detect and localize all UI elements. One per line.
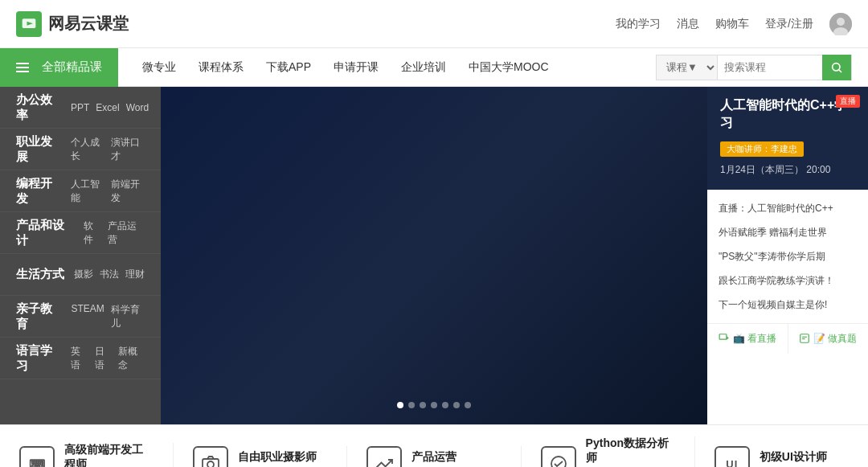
bottom-item-python[interactable]: Python数据分析师 带你一起用数据认识世界 — [522, 436, 695, 467]
avatar[interactable] — [829, 13, 852, 35]
bottom-row: ⌨ 高级前端开发工程师 网易前端开发专家亲授 自由职业摄影师 培养一个能赚钱的爱… — [0, 424, 868, 467]
bottom-item-frontend[interactable]: ⌨ 高级前端开发工程师 网易前端开发专家亲授 — [0, 443, 174, 468]
photography-text: 自由职业摄影师 培养一个能赚钱的爱好 — [238, 450, 326, 468]
all-courses-button[interactable]: 全部精品课 — [0, 48, 118, 87]
search-bar: 课程▼ — [656, 55, 852, 80]
logo-icon — [16, 11, 42, 37]
tag-new-concept[interactable]: 新概念 — [118, 345, 145, 372]
frontend-text: 高级前端开发工程师 网易前端开发专家亲授 — [64, 443, 154, 468]
tag-photography[interactable]: 摄影 — [74, 268, 93, 281]
product-ops-title: 产品运营 — [411, 450, 482, 465]
sidebar-item-language[interactable]: 语言学习 英语 日语 新概念 — [0, 338, 161, 379]
dot-1[interactable] — [397, 402, 403, 408]
messages-link[interactable]: 消息 — [677, 17, 699, 31]
svg-point-3 — [837, 18, 845, 26]
svg-point-5 — [833, 63, 840, 70]
tag-calligraphy[interactable]: 书法 — [100, 268, 119, 281]
bottom-item-ui[interactable]: UI 初级UI设计师 网易设计专家经典出品 — [695, 446, 868, 467]
tag-product-ops[interactable]: 产品运营 — [108, 219, 145, 247]
speaker-badge: 大咖讲师：李建忠 — [720, 141, 804, 157]
watch-live-button[interactable]: 📺 看直播 — [707, 324, 788, 354]
search-input[interactable] — [718, 55, 822, 80]
main-content: 办公效率 PPT Excel Word 职业发展 个人成长 演讲口才 编程开发 … — [0, 87, 868, 424]
live-list: 直播：人工智能时代的C++ 外语赋能季 赠福利走世界 "PS教父"李涛带你学后期… — [707, 190, 868, 323]
tag-finance[interactable]: 理财 — [125, 268, 145, 281]
tag-software[interactable]: 软件 — [84, 219, 102, 247]
tag-steam[interactable]: STEAM — [71, 303, 104, 330]
tag-parenting[interactable]: 科学育儿 — [111, 303, 145, 330]
bottom-item-product-ops[interactable]: 产品运营 运营大咖强强联合 — [347, 446, 521, 467]
sidebar-category-lifestyle: 生活方式 — [16, 267, 64, 282]
live-list-item-4[interactable]: 跟长江商学院教练学演讲！ — [707, 268, 868, 293]
sidebar: 办公效率 PPT Excel Word 职业发展 个人成长 演讲口才 编程开发 … — [0, 87, 161, 424]
nav-download-app[interactable]: 下载APP — [266, 60, 311, 75]
sidebar-tags-programming: 人工智能 前端开发 — [71, 178, 145, 205]
hero-dots — [397, 402, 471, 408]
live-list-item-5[interactable]: 下一个短视频自媒主是你! — [707, 293, 868, 317]
nav-mooc[interactable]: 中国大学MOOC — [469, 60, 549, 75]
hero-banner — [161, 87, 707, 424]
search-button[interactable] — [822, 55, 851, 80]
live-list-item-3[interactable]: "PS教父"李涛带你学后期 — [707, 244, 868, 268]
header-right: 我的学习 消息 购物车 登录/注册 — [616, 13, 852, 35]
tag-speaking[interactable]: 演讲口才 — [111, 136, 145, 163]
nav-course-system[interactable]: 课程体系 — [199, 60, 244, 75]
nav-enterprise[interactable]: 企业培训 — [401, 60, 446, 75]
dot-6[interactable] — [453, 402, 460, 408]
header: 网易云课堂 我的学习 消息 购物车 登录/注册 — [0, 0, 868, 48]
live-panel: 直播 人工智能时代的C++学习 大咖讲师：李建忠 1月24日（本周三） 20:0… — [707, 87, 868, 424]
nav-apply-course[interactable]: 申请开课 — [334, 60, 379, 75]
hamburger-icon — [16, 63, 29, 72]
logo[interactable]: 网易云课堂 — [16, 11, 129, 37]
sidebar-item-career[interactable]: 职业发展 个人成长 演讲口才 — [0, 129, 161, 170]
tag-frontend[interactable]: 前端开发 — [111, 178, 145, 205]
tag-ppt[interactable]: PPT — [71, 102, 89, 113]
sidebar-tags-design: 软件 产品运营 — [84, 219, 145, 247]
product-ops-text: 产品运营 运营大咖强强联合 — [411, 450, 482, 468]
sidebar-item-design[interactable]: 产品和设计 软件 产品运营 — [0, 212, 161, 254]
search-category-select[interactable]: 课程▼ — [657, 55, 718, 80]
dot-7[interactable] — [465, 402, 471, 408]
dot-3[interactable] — [420, 402, 426, 408]
login-link[interactable]: 登录/注册 — [765, 17, 813, 31]
svg-rect-12 — [203, 459, 219, 467]
svg-point-13 — [207, 461, 214, 467]
sidebar-tags-career: 个人成长 演讲口才 — [71, 136, 145, 163]
practice-label: 📝 做真题 — [813, 332, 857, 346]
python-icon — [541, 446, 576, 467]
nav-links: 微专业 课程体系 下载APP 申请开课 企业培训 中国大学MOOC — [118, 60, 573, 75]
bottom-item-photography[interactable]: 自由职业摄影师 培养一个能赚钱的爱好 — [174, 446, 347, 467]
photography-title: 自由职业摄影师 — [238, 450, 326, 465]
sidebar-item-kids[interactable]: 亲子教育 STEAM 科学育儿 — [0, 296, 161, 338]
dot-5[interactable] — [442, 402, 448, 408]
tag-ai[interactable]: 人工智能 — [71, 178, 104, 205]
sidebar-category-language: 语言学习 — [16, 343, 61, 374]
dot-2[interactable] — [408, 402, 415, 408]
live-list-item-2[interactable]: 外语赋能季 赠福利走世界 — [707, 220, 868, 244]
tag-english[interactable]: 英语 — [71, 345, 88, 372]
python-title: Python数据分析师 — [586, 436, 675, 465]
frontend-title: 高级前端开发工程师 — [64, 443, 154, 468]
product-ops-icon — [366, 446, 402, 467]
tag-japanese[interactable]: 日语 — [95, 345, 113, 372]
sidebar-tags-office: PPT Excel Word — [71, 102, 149, 113]
sidebar-item-office[interactable]: 办公效率 PPT Excel Word — [0, 87, 161, 129]
tag-personal-growth[interactable]: 个人成长 — [71, 136, 104, 163]
live-actions: 📺 看直播 📝 做真题 — [707, 323, 868, 354]
photography-icon — [193, 446, 228, 467]
nav-micro-spec[interactable]: 微专业 — [142, 60, 176, 75]
sidebar-tags-kids: STEAM 科学育儿 — [71, 303, 145, 330]
practice-button[interactable]: 📝 做真题 — [788, 324, 869, 354]
tag-word[interactable]: Word — [126, 102, 149, 113]
live-title: 人工智能时代的C++学习 — [720, 96, 855, 133]
sidebar-category-kids: 亲子教育 — [16, 301, 61, 332]
tag-excel[interactable]: Excel — [96, 102, 119, 113]
sidebar-tags-language: 英语 日语 新概念 — [71, 345, 145, 372]
live-list-item-1[interactable]: 直播：人工智能时代的C++ — [707, 196, 868, 220]
dot-4[interactable] — [431, 402, 437, 408]
sidebar-item-lifestyle[interactable]: 生活方式 摄影 书法 理财 — [0, 254, 161, 296]
cart-link[interactable]: 购物车 — [715, 17, 749, 31]
ui-title: 初级UI设计师 — [760, 450, 848, 465]
my-study-link[interactable]: 我的学习 — [616, 17, 661, 31]
sidebar-item-programming[interactable]: 编程开发 人工智能 前端开发 — [0, 170, 161, 212]
